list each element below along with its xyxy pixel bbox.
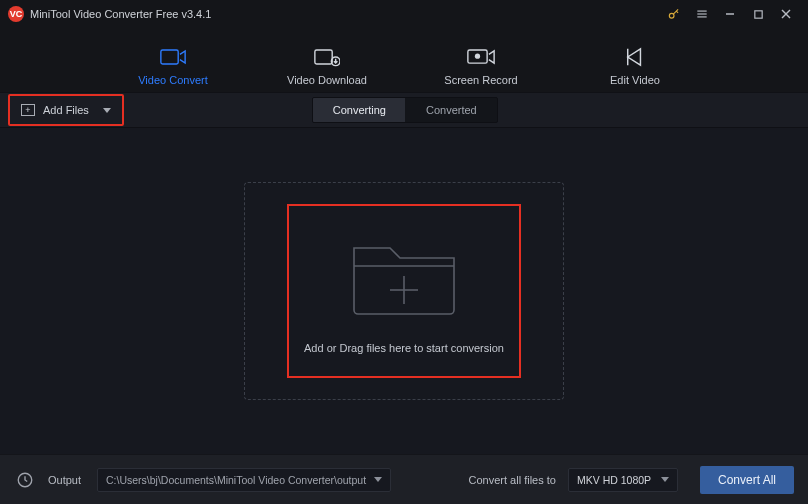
close-button[interactable]: [772, 2, 800, 26]
chevron-down-icon: [661, 477, 669, 482]
segment-converting[interactable]: Converting: [313, 98, 405, 122]
svg-rect-5: [754, 10, 761, 17]
svg-point-12: [475, 54, 480, 59]
svg-rect-9: [315, 50, 332, 64]
tab-edit-video[interactable]: Edit Video: [589, 46, 681, 86]
tab-video-convert[interactable]: Video Convert: [127, 46, 219, 86]
add-files-label: Add Files: [43, 104, 89, 116]
tab-label: Edit Video: [610, 74, 660, 86]
convert-all-label: Convert All: [718, 473, 776, 487]
tab-label: Video Download: [287, 74, 367, 86]
chevron-down-icon: [103, 108, 111, 113]
edit-video-icon: [624, 46, 646, 68]
tab-label: Video Convert: [138, 74, 208, 86]
drop-zone-message: Add or Drag files here to start conversi…: [304, 342, 504, 354]
upgrade-key-icon[interactable]: [660, 2, 688, 26]
segment-converted[interactable]: Converted: [405, 98, 497, 122]
drop-zone[interactable]: Add or Drag files here to start conversi…: [287, 204, 521, 378]
output-path-value: C:\Users\bj\Documents\MiniTool Video Con…: [106, 474, 366, 486]
output-format-select[interactable]: MKV HD 1080P: [568, 468, 678, 492]
menu-icon[interactable]: [688, 2, 716, 26]
app-window: VC MiniTool Video Converter Free v3.4.1 …: [0, 0, 808, 504]
maximize-button[interactable]: [744, 2, 772, 26]
convert-files-label: Convert all files to: [469, 474, 556, 486]
add-files-plus-icon: +: [21, 104, 35, 116]
screen-record-icon: [467, 46, 495, 68]
footer: Output C:\Users\bj\Documents\MiniTool Vi…: [0, 454, 808, 504]
output-path-select[interactable]: C:\Users\bj\Documents\MiniTool Video Con…: [97, 468, 391, 492]
app-logo-icon: VC: [8, 6, 24, 22]
minimize-button[interactable]: [716, 2, 744, 26]
titlebar: VC MiniTool Video Converter Free v3.4.1: [0, 0, 808, 28]
svg-rect-8: [161, 50, 178, 64]
tab-label: Screen Record: [444, 74, 517, 86]
tab-video-download[interactable]: Video Download: [281, 46, 373, 86]
add-files-button[interactable]: + Add Files: [11, 97, 121, 123]
status-segmented-control: Converting Converted: [312, 97, 498, 123]
folder-plus-icon: [344, 228, 464, 324]
output-label: Output: [48, 474, 81, 486]
content-area: Add or Drag files here to start conversi…: [0, 128, 808, 454]
video-download-icon: [314, 46, 340, 68]
segment-label: Converted: [426, 104, 477, 116]
svg-point-0: [669, 13, 674, 18]
video-convert-icon: [160, 46, 186, 68]
output-format-value: MKV HD 1080P: [577, 474, 651, 486]
app-title: MiniTool Video Converter Free v3.4.1: [30, 8, 211, 20]
main-tabs: Video Convert Video Download Screen Reco…: [0, 28, 808, 92]
chevron-down-icon: [374, 477, 382, 482]
add-files-highlight: + Add Files: [8, 94, 124, 126]
convert-all-button[interactable]: Convert All: [700, 466, 794, 494]
drop-zone-outline: Add or Drag files here to start conversi…: [244, 182, 564, 400]
history-icon[interactable]: [14, 469, 36, 491]
subbar: + Add Files Converting Converted: [0, 92, 808, 128]
tab-screen-record[interactable]: Screen Record: [435, 46, 527, 86]
segment-label: Converting: [333, 104, 386, 116]
